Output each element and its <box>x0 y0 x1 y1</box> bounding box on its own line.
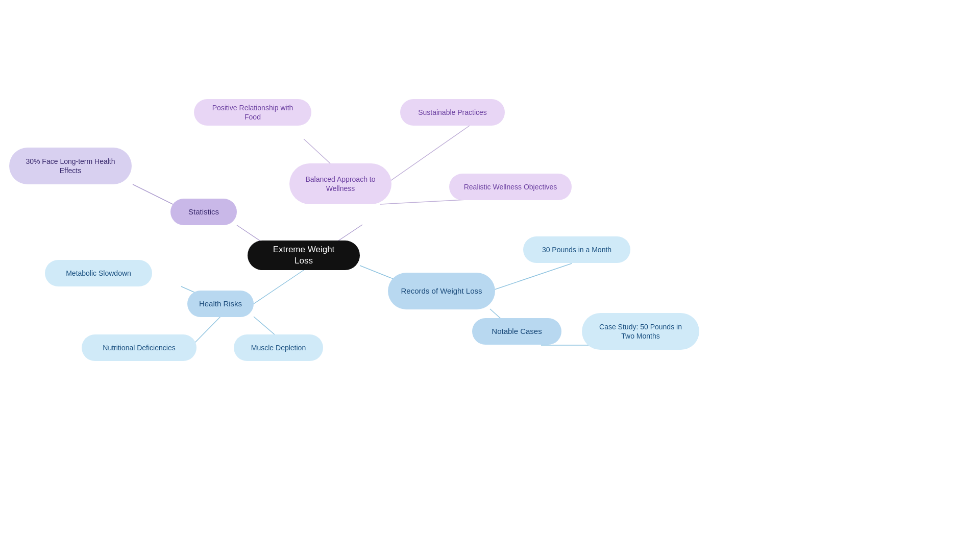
30-pounds-node: 30 Pounds in a Month <box>523 236 630 263</box>
center-node: Extreme Weight Loss <box>248 241 360 270</box>
realistic-objectives-node: Realistic Wellness Objectives <box>449 174 572 200</box>
statistics-label: Statistics <box>188 207 219 217</box>
sustainable-practices-node: Sustainable Practices <box>400 99 505 126</box>
case-study-50-node: Case Study: 50 Pounds in Two Months <box>582 313 699 350</box>
statistics-node: Statistics <box>170 199 237 225</box>
metabolic-slowdown-label: Metabolic Slowdown <box>66 269 131 278</box>
long-term-health-node: 30% Face Long-term Health Effects <box>9 148 132 184</box>
notable-cases-label: Notable Cases <box>492 326 542 336</box>
case-study-50-label: Case Study: 50 Pounds in Two Months <box>592 322 689 341</box>
svg-line-6 <box>254 270 304 304</box>
muscle-depletion-node: Muscle Depletion <box>234 334 323 361</box>
center-label: Extreme Weight Loss <box>264 244 344 267</box>
positive-relationship-label: Positive Relationship with Food <box>204 103 301 122</box>
positive-relationship-node: Positive Relationship with Food <box>194 99 311 126</box>
metabolic-slowdown-node: Metabolic Slowdown <box>45 260 152 286</box>
sustainable-practices-label: Sustainable Practices <box>418 108 487 117</box>
records-weight-loss-node: Records of Weight Loss <box>388 273 495 309</box>
nutritional-deficiencies-label: Nutritional Deficiencies <box>103 343 175 352</box>
health-risks-node: Health Risks <box>187 291 254 317</box>
svg-line-11 <box>490 263 572 291</box>
long-term-health-label: 30% Face Long-term Health Effects <box>19 157 121 175</box>
30-pounds-label: 30 Pounds in a Month <box>542 245 611 254</box>
nutritional-deficiencies-node: Nutritional Deficiencies <box>82 334 197 361</box>
muscle-depletion-label: Muscle Depletion <box>251 343 306 352</box>
balanced-approach-label: Balanced Approach to Wellness <box>300 175 381 193</box>
balanced-approach-node: Balanced Approach to Wellness <box>289 163 391 204</box>
records-weight-loss-label: Records of Weight Loss <box>401 286 482 296</box>
health-risks-label: Health Risks <box>199 299 242 309</box>
notable-cases-node: Notable Cases <box>472 318 561 345</box>
realistic-objectives-label: Realistic Wellness Objectives <box>464 182 557 191</box>
